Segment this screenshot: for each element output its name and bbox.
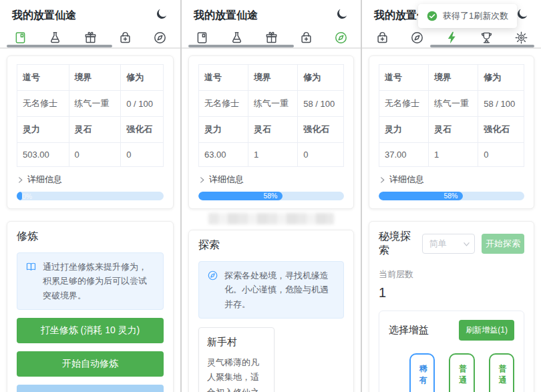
stat-header: 修为	[478, 65, 524, 91]
stat-value: 0	[298, 143, 344, 167]
progress-label: 0%	[22, 193, 32, 200]
page-title: 我的放置仙途	[194, 9, 258, 21]
stat-value: 1	[248, 143, 298, 167]
stat-header: 灵石	[429, 117, 478, 143]
profile-card-icon	[195, 31, 209, 45]
progress-fill	[17, 192, 22, 200]
dark-mode-moon-icon[interactable]	[155, 7, 168, 21]
stat-header: 境界	[429, 65, 478, 91]
buff-row: 稀有 击精通 连击率提升 普通 身 提升15%闪避率 普通 血增加 增加	[389, 353, 514, 392]
cultivation-progress-bar: 58%	[198, 192, 344, 200]
stat-header: 道号	[199, 65, 248, 91]
tab-scroll-indicator[interactable]	[7, 45, 112, 47]
progress-fill: 58%	[198, 192, 283, 200]
stat-header: 灵力	[379, 117, 429, 143]
book-icon	[25, 261, 37, 272]
buff-card[interactable]: 普通 血增加 增加10%	[489, 353, 514, 392]
tab-inventory[interactable]	[289, 28, 323, 47]
tab-inventory[interactable]	[365, 28, 399, 47]
toast-notification: 获得了1刷新次数	[418, 4, 517, 28]
buff-card[interactable]: 普通 身 提升15%闪避率	[449, 353, 474, 392]
explore-card: 探索 探索各处秘境，寻找机缘造化。小心谨慎，危险与机遇并存。 新手村 灵气稀薄的…	[188, 230, 354, 392]
profile-card-icon	[13, 31, 27, 45]
buff-rarity-badge: 普通	[499, 363, 504, 386]
buff-selection-card: 选择增益 刷新增益(1) 稀有 击精通 连击率提升 普通 身 提升15%闪避率	[379, 311, 524, 392]
bolt-icon	[445, 31, 459, 45]
compass-icon	[334, 31, 348, 45]
header: 我的放置仙途	[182, 0, 361, 28]
character-stats-card: 道号 境界 修为 无名修士 练气一重 0 / 100 灵力 灵石 强化石	[7, 55, 174, 209]
start-explore-button[interactable]: 开始探索	[482, 234, 524, 254]
floor-value: 1	[379, 285, 524, 301]
gift-icon	[83, 31, 98, 45]
stat-header: 灵石	[248, 117, 298, 143]
tab-scroll-indicator[interactable]	[430, 45, 534, 47]
stat-header: 灵力	[17, 117, 69, 143]
chevron-right-icon	[198, 176, 206, 184]
stat-value: 无名修士	[379, 91, 429, 117]
buff-rarity-badge: 普通	[459, 363, 464, 386]
location-description: 灵气稀薄的凡人聚集地，适合初入修仙之道的修士。	[207, 355, 266, 392]
stat-header: 灵石	[69, 117, 121, 143]
tab-explore[interactable]	[399, 28, 434, 47]
details-label: 详细信息	[27, 174, 62, 186]
page-title: 我的放置仙途	[12, 9, 76, 21]
stats-table: 道号 境界 修为 无名修士 练气一重 0 / 100 灵力 灵石 强化石	[17, 64, 164, 167]
progress-label: 58%	[263, 192, 277, 200]
stat-header: 强化石	[121, 117, 164, 143]
cultivation-progress-bar: 0%	[17, 192, 164, 200]
stat-value: 练气一重	[248, 91, 298, 117]
progress-label: 58%	[443, 192, 458, 200]
blurred-watermark	[208, 213, 334, 224]
stat-value: 无名修士	[199, 91, 248, 117]
header: 我的放置仙途	[0, 0, 180, 28]
details-expander[interactable]: 详细信息	[17, 174, 164, 186]
explore-tip: 探索各处秘境，寻找机缘造化。小心谨慎，危险与机遇并存。	[198, 261, 344, 319]
auto-cultivate-button[interactable]: 开始自动修炼	[17, 351, 164, 377]
buff-card[interactable]: 稀有 击精通 连击率提升	[409, 353, 435, 392]
stat-header: 境界	[248, 65, 298, 91]
tip-text: 探索各处秘境，寻找机缘造化。小心谨慎，危险与机遇并存。	[224, 268, 335, 311]
stat-value: 58 / 100	[478, 91, 524, 117]
section-title: 修炼	[17, 230, 164, 244]
difficulty-select[interactable]: 简单	[422, 234, 475, 254]
progress-fill: 58%	[379, 192, 463, 200]
flask-icon	[48, 31, 62, 45]
tab-bar	[182, 28, 361, 49]
details-expander[interactable]: 详细信息	[198, 174, 344, 186]
tab-inventory[interactable]	[108, 28, 142, 47]
stat-header: 道号	[17, 65, 69, 91]
cultivation-card: 修炼 通过打坐修炼来提升修为，积累足够的修为后可以尝试突破境界。 打坐修炼 (消…	[7, 221, 174, 392]
gear-icon	[514, 31, 528, 45]
meditate-button[interactable]: 打坐修炼 (消耗 10 灵力)	[17, 318, 164, 343]
gift-icon	[264, 31, 279, 45]
stat-value: 58 / 100	[298, 91, 344, 117]
tab-bar	[0, 28, 180, 49]
details-label: 详细信息	[389, 174, 424, 186]
check-circle-icon	[427, 11, 437, 21]
floor-label: 当前层数	[379, 268, 524, 280]
panel-explore: 我的放置仙途 道号 境界 修为 无名修士 练	[180, 0, 361, 392]
section-title: 探索	[198, 238, 344, 252]
panel-cultivation: 我的放置仙途 道号 境界 修为 无名修士 练	[0, 0, 180, 392]
bag-plus-icon	[299, 31, 313, 45]
details-expander[interactable]: 详细信息	[379, 174, 524, 186]
stat-value: 无名修士	[17, 91, 69, 117]
tab-explore[interactable]	[323, 28, 358, 47]
toast-text: 获得了1刷新次数	[443, 10, 508, 22]
refresh-buffs-button[interactable]: 刷新增益(1)	[459, 320, 514, 341]
stats-table: 道号 境界 修为 无名修士 练气一重 58 / 100 灵力 灵石 强化石	[379, 64, 524, 167]
dark-mode-moon-icon[interactable]	[516, 7, 529, 21]
tab-explore[interactable]	[143, 28, 178, 47]
flask-icon	[230, 31, 244, 45]
panel-body: 道号 境界 修为 无名修士 练气一重 58 / 100 灵力 灵石 强化石	[182, 49, 361, 392]
tip-text: 通过打坐修炼来提升修为，积累足够的修为后可以尝试突破境界。	[43, 260, 155, 303]
tab-scroll-indicator[interactable]	[188, 45, 294, 47]
cultivation-progress-bar: 58%	[379, 192, 524, 200]
compass-icon	[207, 270, 218, 281]
dark-mode-moon-icon[interactable]	[335, 7, 349, 21]
stat-value: 503.00	[17, 143, 69, 167]
breakthrough-button[interactable]: 一键突破	[17, 385, 164, 392]
stat-header: 强化石	[478, 117, 524, 143]
buff-rarity-badge: 稀有	[419, 363, 425, 386]
